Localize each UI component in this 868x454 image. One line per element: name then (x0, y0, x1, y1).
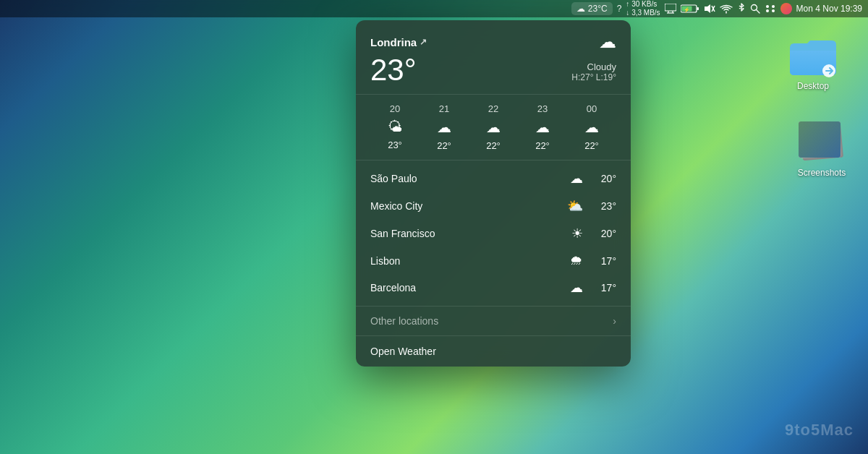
hour-weather-icon: ☁ (437, 119, 451, 136)
hourly-item: 23 ☁ 22° (518, 103, 567, 151)
hour-label: 00 (587, 103, 597, 114)
other-locations-label: Other locations (370, 315, 438, 327)
city-weather-icon: 🌧 (570, 253, 583, 268)
popup-header: Londrina ↗ ☁ 23° Cloudy H:27° L:19° (356, 20, 631, 95)
high-low-temps: H:27° L:19° (571, 72, 616, 85)
city-weather-icon: ☁ (570, 171, 583, 187)
city-row[interactable]: Lisbon 🌧 17° (356, 247, 631, 274)
wifi-icon (720, 4, 733, 14)
weather-popup: Londrina ↗ ☁ 23° Cloudy H:27° L:19° 20 🌤… (356, 20, 631, 367)
city-weather-icon: ☁ (570, 280, 583, 296)
svg-line-12 (756, 10, 760, 14)
desktop-folder-icon (787, 35, 839, 78)
current-temperature: 23° (370, 55, 417, 85)
city-temp: 17° (590, 255, 616, 267)
city-temp: 20° (590, 173, 616, 184)
menubar-avatar[interactable] (780, 3, 792, 14)
battery-icon: ⚡ (681, 4, 699, 14)
hour-temp: 22° (486, 140, 501, 151)
chevron-right-icon: › (613, 315, 616, 327)
desktop-folder[interactable]: Desktop (787, 35, 839, 91)
hour-weather-icon: ☁ (486, 119, 501, 136)
city-right: ☁ 17° (570, 280, 616, 296)
cloud-icon: ☁ (576, 4, 585, 14)
city-name: São Paulo (370, 173, 417, 184)
svg-point-14 (772, 5, 775, 8)
other-locations-row[interactable]: Other locations › (356, 307, 631, 336)
mute-icon (704, 4, 715, 14)
svg-rect-0 (665, 4, 676, 11)
location-row: Londrina ↗ ☁ (370, 32, 616, 52)
menubar-wifi[interactable] (720, 4, 733, 14)
display-icon (665, 4, 676, 14)
city-name: Mexico City (370, 200, 422, 212)
menubar-display-icon[interactable] (665, 4, 676, 14)
city-temp: 23° (590, 200, 616, 212)
city-name: Lisbon (370, 255, 400, 267)
city-right: ⛅ 23° (567, 198, 616, 214)
screenshots-folder[interactable]: Screenshots (796, 121, 848, 178)
city-right: ☁ 20° (570, 171, 616, 187)
menubar-battery: ⚡ (681, 4, 699, 14)
desktop-icon-label: Desktop (797, 81, 829, 91)
location-arrow-icon: ↗ (420, 37, 427, 47)
hour-temp: 22° (584, 140, 599, 151)
hour-weather-icon: ☁ (535, 119, 550, 136)
hour-label: 21 (439, 103, 449, 114)
city-weather-icon: ☀ (571, 226, 583, 241)
svg-point-15 (766, 9, 769, 12)
city-row[interactable]: Barcelona ☁ 17° (356, 274, 631, 301)
hour-temp: 22° (437, 140, 451, 151)
condition-label: Cloudy (571, 61, 616, 72)
svg-point-13 (766, 5, 769, 8)
cloud-condition-icon: ☁ (599, 32, 616, 52)
menubar-weather-widget[interactable]: ☁ 23°C (571, 2, 613, 15)
menubar: ☁ 23°C ? ↑ 30 KB/s ↓ 3,3 MB/s ⚡ (0, 0, 868, 17)
city-list: São Paulo ☁ 20° Mexico City ⛅ 23° San Fr… (356, 160, 631, 307)
city-right: ☀ 20° (571, 226, 616, 241)
control-center-icon (765, 4, 776, 14)
hourly-grid: 20 🌤 23° 21 ☁ 22° 22 ☁ 22° 23 ☁ 22° 00 ☁… (370, 103, 616, 151)
hour-label: 23 (537, 103, 548, 114)
hour-label: 22 (488, 103, 498, 114)
menubar-temp: 23°C (588, 4, 608, 14)
hourly-item: 20 🌤 23° (370, 103, 420, 151)
location-name: Londrina ↗ (370, 36, 427, 48)
hour-weather-icon: 🌤 (388, 119, 402, 135)
menubar-question[interactable]: ? (617, 4, 622, 14)
open-weather-label: Open Weather (370, 346, 436, 357)
hour-label: 20 (390, 103, 400, 114)
screenshots-icon-label: Screenshots (798, 168, 846, 178)
city-name: Barcelona (370, 282, 416, 294)
hour-temp: 22° (535, 140, 550, 151)
search-icon (750, 4, 760, 14)
bluetooth-icon (737, 3, 746, 14)
menubar-bluetooth[interactable] (737, 3, 746, 14)
menubar-datetime: Mon 4 Nov 19:39 (796, 4, 862, 14)
hourly-item: 00 ☁ 22° (567, 103, 616, 151)
city-row[interactable]: San Francisco ☀ 20° (356, 220, 631, 247)
svg-rect-5 (697, 7, 699, 10)
city-name: San Francisco (370, 228, 435, 239)
city-row[interactable]: Mexico City ⛅ 23° (356, 192, 631, 220)
city-right: 🌧 17° (570, 253, 616, 268)
city-weather-icon: ⛅ (567, 198, 583, 214)
city-temp: 20° (590, 228, 616, 239)
menubar-mute[interactable] (704, 4, 715, 14)
menubar-search[interactable] (750, 4, 760, 14)
condition-details: Cloudy H:27° L:19° (571, 61, 616, 85)
temp-row: 23° Cloudy H:27° L:19° (370, 55, 616, 85)
open-weather-row[interactable]: Open Weather (356, 336, 631, 367)
menubar-control-center[interactable] (765, 4, 776, 14)
hour-temp: 23° (388, 140, 402, 150)
hourly-item: 21 ☁ 22° (420, 103, 469, 151)
hourly-item: 22 ☁ 22° (469, 103, 518, 151)
svg-point-16 (772, 9, 775, 12)
hour-weather-icon: ☁ (584, 119, 599, 136)
screenshots-icon (796, 121, 848, 165)
watermark: 9to5Mac (785, 421, 854, 440)
city-row[interactable]: São Paulo ☁ 20° (356, 165, 631, 192)
svg-marker-8 (705, 4, 710, 13)
city-temp: 17° (590, 282, 616, 294)
menubar-network: ↑ 30 KB/s ↓ 3,3 MB/s (626, 0, 660, 17)
